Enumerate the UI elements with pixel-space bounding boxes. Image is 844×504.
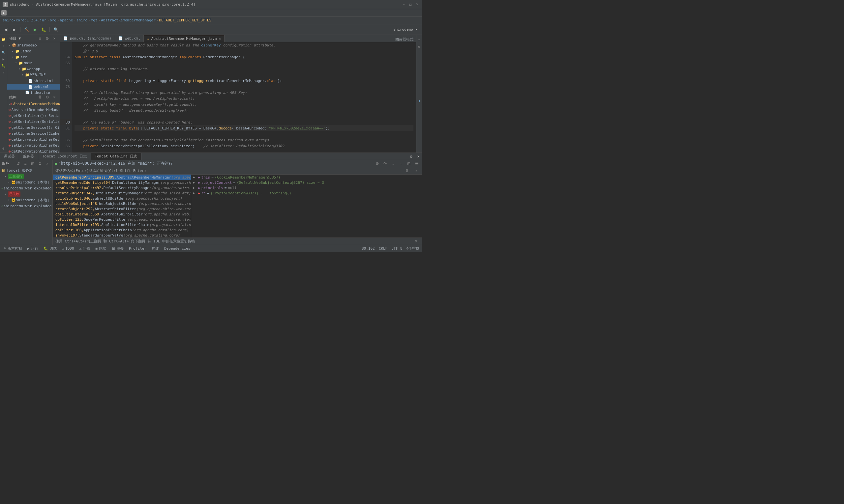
collapse-all-btn[interactable]: ≡	[37, 35, 43, 42]
structure-item-getDecKey[interactable]: ⊕ getDecryptionCipherKey(): byte[]	[7, 148, 60, 153]
settings-sidebar-btn[interactable]: ⚙	[44, 35, 50, 42]
project-selector[interactable]: shirodemo ▾	[393, 28, 417, 32]
breadcrumb-item-org[interactable]: org	[50, 18, 56, 22]
structure-item-setEncKey[interactable]: ⊕ setEncryptionCipherKey(byte[]): void	[7, 143, 60, 148]
stack-item[interactable]: doFilter:125, OncePerRequestFilter (org.…	[53, 217, 191, 222]
minimize-button[interactable]: －	[401, 2, 406, 7]
tree-item-webapp[interactable]: ▾ 📁 webapp	[7, 66, 60, 72]
services-status-btn[interactable]: 🖥 服务	[110, 246, 125, 251]
encoding[interactable]: UTF-8	[391, 247, 402, 251]
structure-item-getEncKey[interactable]: ⊕ getEncryptionCipherKey(): byte[]	[7, 137, 60, 143]
breadcrumb-item-jar[interactable]: shiro-core:1.2.4.jar	[3, 18, 46, 22]
structure-item-constructor[interactable]: ⊕ AbstractRememberMeManager()	[7, 107, 60, 113]
table-view-btn[interactable]: ☰	[413, 160, 420, 167]
structure-settings-btn[interactable]: ⚙	[44, 94, 50, 101]
breadcrumb-item-apache[interactable]: apache	[60, 18, 73, 22]
stack-item[interactable]: resolvePrincipals:492, DefaultSecurityMa…	[53, 185, 191, 191]
hint-close-btn[interactable]: ×	[413, 238, 419, 245]
debug-icon[interactable]: 🐛	[1, 62, 6, 69]
tab-close-icon[interactable]: ✕	[219, 37, 221, 40]
run-button[interactable]: ▶	[31, 26, 38, 33]
build-status-btn[interactable]: 构建	[150, 246, 160, 251]
cursor-position[interactable]: 80:102	[362, 247, 375, 251]
stack-item[interactable]: createSubject:342, DefaultSecurityManage…	[53, 191, 191, 196]
stack-item[interactable]: invoke:197, StandardWrapperValve (org.ap…	[53, 233, 191, 237]
breadcrumb-item-shiro[interactable]: shiro	[76, 18, 87, 22]
find-icon[interactable]: 🔍	[1, 49, 6, 55]
right-icon-1[interactable]: ≡	[416, 36, 422, 42]
tree-item-shirodemo[interactable]: ▾ 📦 shirodemo	[7, 42, 60, 48]
forward-button[interactable]: ▶	[11, 26, 18, 33]
settings-icon[interactable]: ⚙	[1, 145, 6, 151]
var-item-re[interactable]: ▶ ◆ re = {CryptoException@3321} ... toSt…	[191, 191, 422, 196]
tree-item-indexjsp[interactable]: 📄 index.jsp	[7, 90, 60, 94]
stack-item[interactable]: getRememberedIdentity:604, DefaultSecuri…	[53, 180, 191, 185]
tree-item-shirodemo-running[interactable]: ▾ 🐱 shirodemo [本地]	[0, 179, 52, 185]
maximize-button[interactable]: □	[408, 2, 413, 7]
tree-item-war-failed[interactable]: ✓ shirodemo:war exploded [已同步]	[0, 203, 52, 209]
tree-item-running-servers[interactable]: 🖥 Tomcat 服务器	[0, 167, 52, 173]
breadcrumb-item-class[interactable]: AbstractRememberMeManager	[101, 18, 156, 22]
stack-item[interactable]: buildSubject:846, Subject$Builder (org.a…	[53, 196, 191, 201]
structure-sort-btn[interactable]: ⇅	[37, 94, 43, 101]
breadcrumb-item-field[interactable]: DEFAULT_CIPHER_KEY_BYTES	[159, 18, 211, 22]
back-button[interactable]: ◀	[2, 26, 9, 33]
tree-item-src[interactable]: ▾ 📁 src	[7, 54, 60, 60]
tree-item-failed[interactable]: ▾ 已失败	[0, 191, 52, 197]
git-icon[interactable]: ⑂	[1, 69, 6, 75]
var-item-principals[interactable]: ▶ ◆ principals = null	[191, 185, 422, 191]
tree-item-shiroini[interactable]: 📄 shiro.ini	[7, 78, 60, 84]
line-separator[interactable]: CRLF	[379, 247, 388, 251]
tree-item-main[interactable]: ▾ 📁 main	[7, 60, 60, 66]
tab-webxml[interactable]: 📄 web.xml	[115, 35, 144, 42]
tree-item-webinf[interactable]: ▾ 📁 WEB-INF	[7, 72, 60, 78]
services-btn1[interactable]: ↺	[15, 160, 21, 167]
structure-close-btn[interactable]: ×	[51, 94, 58, 101]
build-button[interactable]: 🔨	[23, 26, 30, 33]
breadcrumb-item-mgt[interactable]: mgt	[91, 18, 98, 22]
sort-btn[interactable]: ⇅	[403, 168, 410, 174]
tree-item-shirodemo-failed[interactable]: ▾ 🐱 shirodemo [本地]	[0, 197, 52, 203]
services-btn3[interactable]: ⊞	[29, 160, 36, 167]
tab-abstractmanager[interactable]: ☕ AbstractRememberMeManager.java ✕	[144, 35, 224, 42]
problems-btn[interactable]: ⚠ 问题	[78, 246, 92, 251]
structure-item-setCipherService[interactable]: ⊕ setCipherService(CipherService): void	[7, 131, 60, 137]
right-icon-2[interactable]: ⚙	[416, 43, 422, 49]
bookmark-icon[interactable]: ☆	[1, 43, 6, 49]
services-btn5[interactable]: ×	[44, 160, 50, 167]
deps-btn[interactable]: Dependencies	[163, 247, 192, 251]
debug-status-btn[interactable]: 🐛 调试	[42, 246, 58, 251]
run-status-btn[interactable]: ▶ 运行	[26, 246, 39, 251]
step-over-btn[interactable]: ↷	[382, 160, 389, 167]
tree-item-webxml[interactable]: 📄 web.xml	[7, 84, 60, 90]
indent-spaces[interactable]: 4个空格	[406, 246, 419, 251]
step-into-btn[interactable]: ↓	[390, 160, 396, 167]
services-btn4[interactable]: ⚙	[37, 160, 43, 167]
tab-server[interactable]: 服务器	[19, 153, 38, 160]
step-out-btn[interactable]: ↑	[398, 160, 404, 167]
stack-item[interactable]: getRememberedPrincipals:399, AbstractRem…	[53, 175, 191, 180]
structure-item-getCipherService[interactable]: ⊕ getCipherService(): CipherService	[7, 125, 60, 131]
profiler-btn[interactable]: Profiler	[127, 247, 148, 251]
terminal-btn[interactable]: ⊞ 终端	[94, 246, 107, 251]
resume-btn[interactable]: ⊞	[406, 160, 412, 167]
tab-debugger[interactable]: 调试器	[0, 153, 19, 160]
stack-item[interactable]: doFilterInternal:359, AbstractShiroFilte…	[53, 212, 191, 217]
tab-pomxml[interactable]: 📄 pom.xml (shirodemo)	[60, 35, 115, 42]
debug-button[interactable]: 🐛	[40, 26, 47, 33]
structure-item-getSerializer[interactable]: ⊕ getSerializer(): Serializer<PrincipalC…	[7, 113, 60, 119]
run-icon[interactable]: ▶	[1, 56, 6, 62]
vcs-btn[interactable]: ⑂ 版本控制	[3, 246, 23, 251]
stack-item[interactable]: internalDoFilter:193, ApplicationFilterC…	[53, 222, 191, 227]
stack-item[interactable]: doFilter:166, ApplicationFilterChain (or…	[53, 227, 191, 233]
filter-btn[interactable]: ⚙	[374, 160, 380, 167]
expand-btn[interactable]: ↕	[413, 168, 419, 174]
search-button[interactable]: 🔍	[52, 26, 59, 33]
bottom-panel-settings[interactable]: ⚙	[408, 153, 415, 160]
structure-item-class[interactable]: ▸ ⊕ AbstractRememberMeManager	[7, 101, 60, 107]
code-area[interactable]: // generateNewKey method and using that …	[72, 42, 416, 152]
var-item-this[interactable]: ▶ ◆ this = {CookieRememberMeManager@3857…	[191, 175, 422, 180]
stack-item[interactable]: createSubject:292, AbstractShiroFilter (…	[53, 206, 191, 212]
close-sidebar-btn[interactable]: ×	[51, 35, 58, 42]
stack-item[interactable]: buildWebSubject:148, WebSubject$Builder …	[53, 201, 191, 206]
